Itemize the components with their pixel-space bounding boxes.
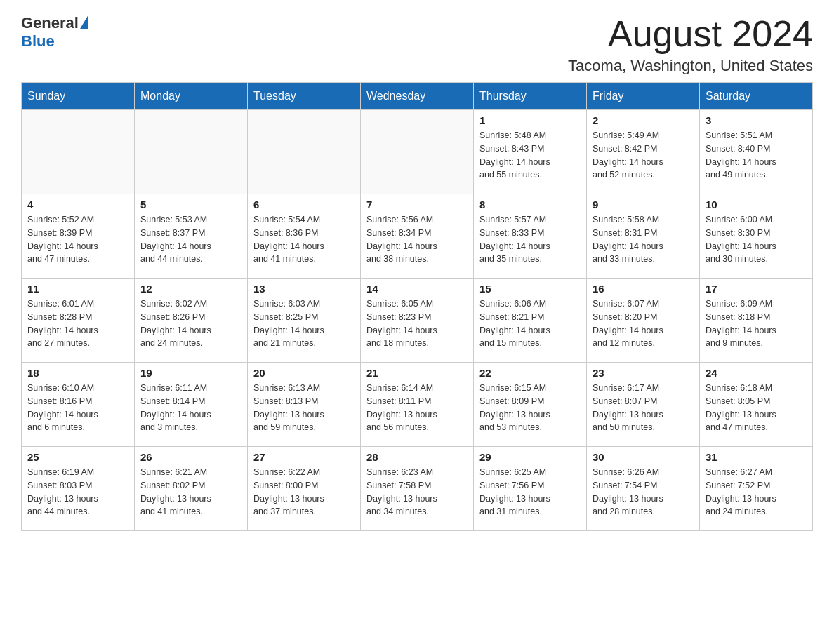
calendar-day-cell [135,110,248,194]
calendar-day-cell: 10Sunrise: 6:00 AM Sunset: 8:30 PM Dayli… [700,194,813,279]
day-number: 25 [27,451,128,463]
day-info: Sunrise: 5:52 AM Sunset: 8:39 PM Dayligh… [27,213,128,266]
calendar-day-cell: 9Sunrise: 5:58 AM Sunset: 8:31 PM Daylig… [587,194,700,279]
calendar-week-row: 18Sunrise: 6:10 AM Sunset: 8:16 PM Dayli… [22,363,813,447]
calendar-day-cell: 28Sunrise: 6:23 AM Sunset: 7:58 PM Dayli… [361,447,474,531]
title-section: August 2024 Tacoma, Washington, United S… [568,14,813,75]
calendar-day-cell [361,110,474,194]
calendar-day-cell: 31Sunrise: 6:27 AM Sunset: 7:52 PM Dayli… [700,447,813,531]
day-info: Sunrise: 5:56 AM Sunset: 8:34 PM Dayligh… [366,213,468,266]
day-number: 11 [27,283,128,295]
day-number: 7 [366,199,468,210]
calendar-day-cell: 26Sunrise: 6:21 AM Sunset: 8:02 PM Dayli… [135,447,248,531]
day-info: Sunrise: 6:03 AM Sunset: 8:25 PM Dayligh… [253,297,355,350]
day-number: 26 [140,451,241,463]
day-info: Sunrise: 6:00 AM Sunset: 8:30 PM Dayligh… [706,213,807,266]
calendar-day-header: Tuesday [248,83,361,110]
location-title: Tacoma, Washington, United States [568,57,813,75]
day-info: Sunrise: 6:14 AM Sunset: 8:11 PM Dayligh… [366,382,468,434]
day-number: 29 [479,451,581,463]
day-info: Sunrise: 6:02 AM Sunset: 8:26 PM Dayligh… [140,297,241,350]
day-number: 30 [593,451,694,463]
day-info: Sunrise: 6:06 AM Sunset: 8:21 PM Dayligh… [479,297,581,350]
calendar-day-cell: 8Sunrise: 5:57 AM Sunset: 8:33 PM Daylig… [474,194,587,279]
calendar-day-cell: 14Sunrise: 6:05 AM Sunset: 8:23 PM Dayli… [361,279,474,363]
day-info: Sunrise: 6:25 AM Sunset: 7:56 PM Dayligh… [479,466,581,518]
logo-triangle-icon [80,15,88,29]
day-number: 1 [479,114,581,126]
calendar-day-cell: 23Sunrise: 6:17 AM Sunset: 8:07 PM Dayli… [587,363,700,447]
day-info: Sunrise: 6:27 AM Sunset: 7:52 PM Dayligh… [706,466,807,518]
calendar-day-header: Sunday [22,83,135,110]
calendar-day-cell: 19Sunrise: 6:11 AM Sunset: 8:14 PM Dayli… [135,363,248,447]
calendar-day-cell: 6Sunrise: 5:54 AM Sunset: 8:36 PM Daylig… [248,194,361,279]
day-info: Sunrise: 5:54 AM Sunset: 8:36 PM Dayligh… [253,213,355,266]
day-info: Sunrise: 6:10 AM Sunset: 8:16 PM Dayligh… [27,382,128,434]
day-number: 17 [706,283,807,295]
day-number: 18 [27,367,128,379]
calendar-day-cell: 2Sunrise: 5:49 AM Sunset: 8:42 PM Daylig… [587,110,700,194]
day-number: 5 [140,199,241,210]
calendar-day-header: Friday [587,83,700,110]
logo-general-text: General [21,14,79,32]
calendar-day-cell: 12Sunrise: 6:02 AM Sunset: 8:26 PM Dayli… [135,279,248,363]
day-info: Sunrise: 5:51 AM Sunset: 8:40 PM Dayligh… [706,129,807,182]
calendar-day-header: Saturday [700,83,813,110]
day-number: 12 [140,283,241,295]
day-info: Sunrise: 6:11 AM Sunset: 8:14 PM Dayligh… [140,382,241,434]
day-number: 27 [253,451,355,463]
calendar-day-cell: 13Sunrise: 6:03 AM Sunset: 8:25 PM Dayli… [248,279,361,363]
calendar-day-cell: 27Sunrise: 6:22 AM Sunset: 8:00 PM Dayli… [248,447,361,531]
day-number: 23 [593,367,694,379]
calendar-day-cell [248,110,361,194]
calendar-day-cell: 3Sunrise: 5:51 AM Sunset: 8:40 PM Daylig… [700,110,813,194]
day-number: 3 [706,114,807,126]
calendar-day-cell: 15Sunrise: 6:06 AM Sunset: 8:21 PM Dayli… [474,279,587,363]
calendar-day-cell: 4Sunrise: 5:52 AM Sunset: 8:39 PM Daylig… [22,194,135,279]
calendar-day-cell: 16Sunrise: 6:07 AM Sunset: 8:20 PM Dayli… [587,279,700,363]
calendar-day-cell: 5Sunrise: 5:53 AM Sunset: 8:37 PM Daylig… [135,194,248,279]
day-info: Sunrise: 5:49 AM Sunset: 8:42 PM Dayligh… [593,129,694,182]
day-info: Sunrise: 6:22 AM Sunset: 8:00 PM Dayligh… [253,466,355,518]
day-info: Sunrise: 5:58 AM Sunset: 8:31 PM Dayligh… [593,213,694,266]
logo: General Blue [21,14,88,51]
day-number: 9 [593,199,694,210]
day-info: Sunrise: 6:21 AM Sunset: 8:02 PM Dayligh… [140,466,241,518]
day-info: Sunrise: 5:53 AM Sunset: 8:37 PM Dayligh… [140,213,241,266]
day-info: Sunrise: 6:13 AM Sunset: 8:13 PM Dayligh… [253,382,355,434]
calendar-week-row: 25Sunrise: 6:19 AM Sunset: 8:03 PM Dayli… [22,447,813,531]
day-number: 24 [706,367,807,379]
day-info: Sunrise: 6:26 AM Sunset: 7:54 PM Dayligh… [593,466,694,518]
day-info: Sunrise: 5:48 AM Sunset: 8:43 PM Dayligh… [479,129,581,182]
day-info: Sunrise: 6:17 AM Sunset: 8:07 PM Dayligh… [593,382,694,434]
calendar-day-cell: 24Sunrise: 6:18 AM Sunset: 8:05 PM Dayli… [700,363,813,447]
day-number: 20 [253,367,355,379]
calendar-header-row: SundayMondayTuesdayWednesdayThursdayFrid… [22,83,813,110]
day-number: 16 [593,283,694,295]
day-info: Sunrise: 6:09 AM Sunset: 8:18 PM Dayligh… [706,297,807,350]
calendar-week-row: 11Sunrise: 6:01 AM Sunset: 8:28 PM Dayli… [22,279,813,363]
month-title: August 2024 [568,14,813,54]
calendar-day-cell [22,110,135,194]
day-number: 22 [479,367,581,379]
calendar-day-cell: 1Sunrise: 5:48 AM Sunset: 8:43 PM Daylig… [474,110,587,194]
day-number: 6 [253,199,355,210]
day-info: Sunrise: 6:15 AM Sunset: 8:09 PM Dayligh… [479,382,581,434]
calendar-day-cell: 29Sunrise: 6:25 AM Sunset: 7:56 PM Dayli… [474,447,587,531]
calendar-day-cell: 25Sunrise: 6:19 AM Sunset: 8:03 PM Dayli… [22,447,135,531]
calendar-week-row: 4Sunrise: 5:52 AM Sunset: 8:39 PM Daylig… [22,194,813,279]
calendar-day-cell: 11Sunrise: 6:01 AM Sunset: 8:28 PM Dayli… [22,279,135,363]
calendar-day-header: Thursday [474,83,587,110]
calendar-day-cell: 17Sunrise: 6:09 AM Sunset: 8:18 PM Dayli… [700,279,813,363]
calendar-day-cell: 20Sunrise: 6:13 AM Sunset: 8:13 PM Dayli… [248,363,361,447]
calendar-day-cell: 21Sunrise: 6:14 AM Sunset: 8:11 PM Dayli… [361,363,474,447]
day-info: Sunrise: 6:23 AM Sunset: 7:58 PM Dayligh… [366,466,468,518]
calendar-day-cell: 30Sunrise: 6:26 AM Sunset: 7:54 PM Dayli… [587,447,700,531]
day-number: 15 [479,283,581,295]
logo-blue-text: Blue [21,32,55,50]
day-info: Sunrise: 6:19 AM Sunset: 8:03 PM Dayligh… [27,466,128,518]
calendar-day-cell: 7Sunrise: 5:56 AM Sunset: 8:34 PM Daylig… [361,194,474,279]
calendar-day-cell: 22Sunrise: 6:15 AM Sunset: 8:09 PM Dayli… [474,363,587,447]
calendar-day-cell: 18Sunrise: 6:10 AM Sunset: 8:16 PM Dayli… [22,363,135,447]
calendar-table: SundayMondayTuesdayWednesdayThursdayFrid… [21,82,813,531]
